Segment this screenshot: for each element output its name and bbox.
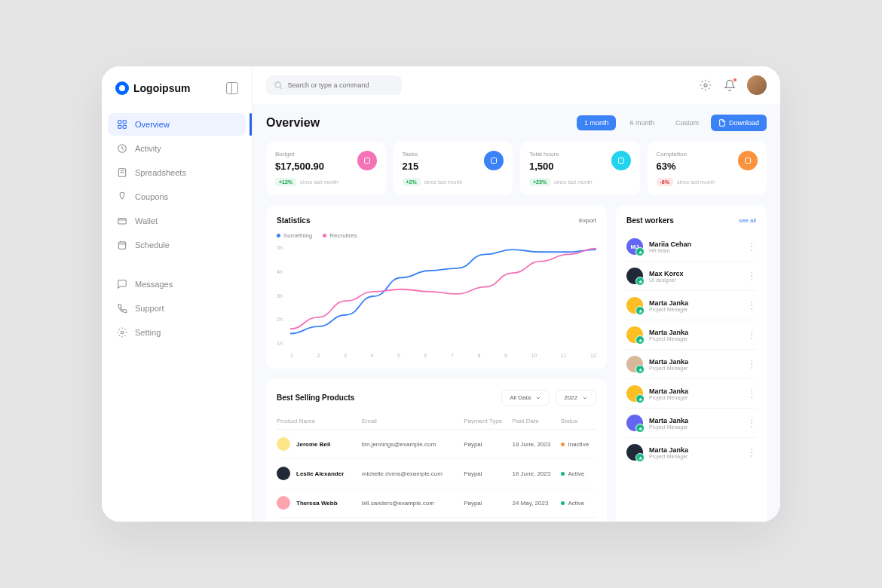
svg-rect-3 [123, 125, 126, 128]
stat-card-budget: Budget$17,500.90+12%since last month [266, 142, 386, 195]
search-input[interactable] [287, 81, 394, 89]
worker-name: Mariia Cehan [649, 240, 691, 248]
product-avatar [277, 467, 290, 480]
collapse-sidebar-icon[interactable] [226, 82, 238, 94]
svg-rect-18 [364, 158, 369, 164]
product-email: tim.jennings@example.com [362, 430, 464, 459]
worker-role: Project Menager [649, 366, 688, 371]
settings-button[interactable] [699, 78, 712, 92]
product-name: Jerome Bell [296, 441, 330, 448]
nav-label: Schedule [135, 240, 170, 250]
worker-item[interactable]: Max KorcxUI designer⋮ [626, 262, 756, 291]
worker-role: UI designer [649, 277, 684, 283]
download-icon [718, 119, 726, 127]
worker-avatar [626, 385, 643, 402]
svg-rect-21 [746, 158, 751, 164]
nav-label: Support [135, 304, 164, 313]
product-date: 19 April, 2023 [513, 518, 561, 522]
card-icon [738, 151, 758, 170]
nav-item-wallet[interactable]: Wallet [108, 210, 246, 232]
svg-rect-1 [123, 121, 126, 124]
table-header: Product Name [277, 413, 362, 430]
brand-logo[interactable]: Logoipsum [115, 81, 190, 95]
gear-icon [700, 79, 712, 91]
product-name: Theresa Webb [296, 500, 338, 507]
card-pct: -6% [657, 178, 673, 186]
data-filter-select[interactable]: All Data [501, 390, 550, 406]
worker-item[interactable]: Marta JankaProject Menager⋮ [626, 409, 756, 438]
search-icon [274, 80, 283, 90]
more-icon[interactable]: ⋮ [747, 271, 756, 281]
worker-item[interactable]: Marta JankaProject Menager⋮ [626, 379, 756, 409]
tab-1-month[interactable]: 1 month [577, 115, 617, 130]
product-email: dolores@example.com [362, 518, 464, 522]
more-icon[interactable]: ⋮ [747, 388, 756, 399]
tab-6-month[interactable]: 6 month [622, 115, 662, 130]
nav-label: Spreadsheets [135, 168, 186, 177]
table-header: Status [561, 413, 596, 430]
worker-item[interactable]: Marta JankaProject Menager⋮ [626, 320, 756, 350]
worker-name: Marta Janka [649, 299, 688, 307]
worker-role: Project Menager [649, 424, 688, 430]
user-avatar[interactable] [747, 75, 767, 95]
more-icon[interactable]: ⋮ [747, 329, 756, 340]
nav-item-overview[interactable]: Overview [108, 113, 246, 136]
nav-item-coupons[interactable]: Coupons [108, 185, 246, 208]
search-box[interactable] [266, 75, 402, 95]
product-date: 16 June, 2023 [513, 459, 561, 488]
workers-title: Best workers [626, 216, 674, 225]
more-icon[interactable]: ⋮ [747, 418, 756, 428]
nav-primary: OverviewActivitySpreadsheetsCouponsWalle… [102, 113, 252, 258]
worker-item[interactable]: MJMariia CehanHR team⋮ [626, 232, 756, 262]
notifications-button[interactable] [723, 78, 737, 92]
download-button[interactable]: Download [711, 115, 767, 131]
nav-label: Wallet [135, 216, 158, 225]
worker-name: Marta Janka [649, 417, 688, 424]
nav-item-support[interactable]: Support [108, 297, 246, 320]
nav-secondary: MessagesSupportSetting [102, 273, 252, 345]
more-icon[interactable]: ⋮ [747, 359, 756, 369]
table-row[interactable]: Jerome Belltim.jennings@example.comPaypa… [277, 430, 596, 459]
year-filter-select[interactable]: 2022 [556, 390, 596, 406]
product-name: Leslie Alexander [296, 470, 344, 477]
worker-avatar: MJ [626, 238, 643, 255]
worker-item[interactable]: Marta JankaProject Menager⋮ [626, 291, 756, 320]
more-icon[interactable]: ⋮ [747, 447, 756, 458]
svg-point-14 [121, 331, 124, 334]
worker-name: Marta Janka [649, 358, 688, 366]
products-panel: Best Selling Products All Data 2022 Prod… [266, 379, 607, 522]
more-icon[interactable]: ⋮ [747, 300, 756, 311]
more-icon[interactable]: ⋮ [747, 241, 756, 252]
workers-panel: Best workers see all MJMariia CehanHR te… [616, 206, 767, 522]
worker-item[interactable]: Marta JankaProject Menager⋮ [626, 438, 756, 467]
svg-point-15 [275, 82, 280, 87]
notification-dot [733, 78, 737, 82]
worker-name: Max Korcx [649, 270, 684, 277]
see-all-link[interactable]: see all [739, 217, 756, 224]
brand-name: Logoipsum [133, 82, 190, 94]
card-icon [611, 151, 631, 170]
nav-icon [117, 240, 127, 250]
worker-item[interactable]: Marta JankaProject Menager⋮ [626, 350, 756, 379]
range-tabs: 1 month6 monthCustom [577, 115, 706, 130]
svg-rect-0 [118, 121, 121, 124]
worker-role: Project Menager [649, 336, 688, 341]
nav-item-schedule[interactable]: Schedule [108, 234, 246, 256]
legend-item: Something [277, 232, 312, 239]
nav-item-messages[interactable]: Messages [108, 273, 246, 296]
table-row[interactable]: Ralph Edwardsdolores@example.comPaypal19… [277, 518, 596, 522]
nav-item-spreadsheets[interactable]: Spreadsheets [108, 161, 246, 184]
export-button[interactable]: Export [579, 217, 596, 224]
nav-icon [117, 143, 127, 154]
table-row[interactable]: Leslie Alexandermichelle.rivera@example.… [277, 459, 596, 488]
svg-line-16 [280, 87, 282, 88]
nav-icon [117, 303, 127, 314]
nav-label: Overview [135, 120, 170, 129]
nav-item-setting[interactable]: Setting [108, 321, 246, 344]
worker-role: HR team [649, 248, 691, 253]
tab-custom[interactable]: Custom [668, 115, 706, 130]
nav-item-activity[interactable]: Activity [108, 137, 246, 160]
product-payment: Paypal [464, 459, 512, 488]
table-header: Email [362, 413, 464, 430]
table-row[interactable]: Theresa Webbbill.sanders@example.comPayp… [277, 488, 596, 518]
